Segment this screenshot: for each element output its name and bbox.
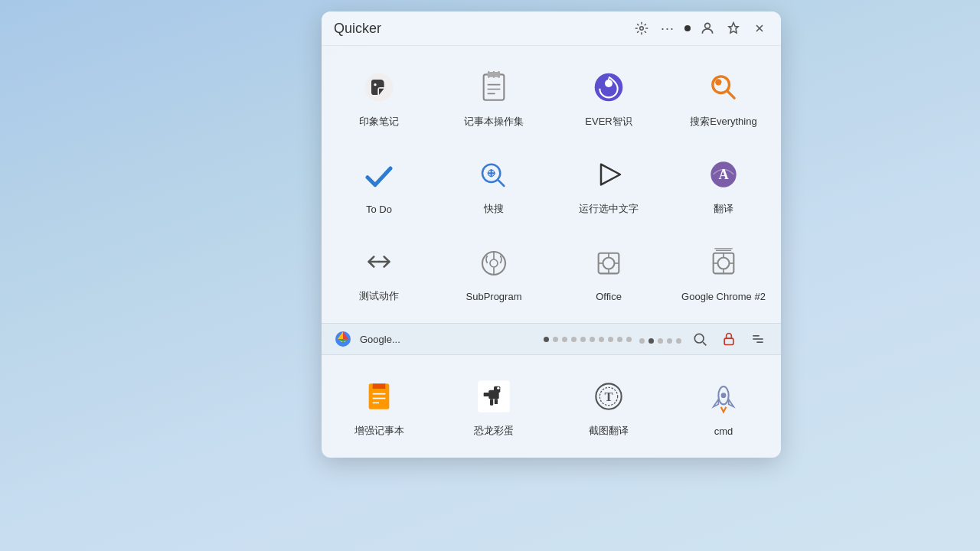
page-dot-12[interactable] bbox=[648, 338, 654, 344]
svg-point-1 bbox=[705, 23, 710, 28]
pin-icon[interactable] bbox=[724, 19, 743, 37]
app-translate[interactable]: A 翻译 bbox=[668, 142, 779, 227]
page-dot-4[interactable] bbox=[571, 337, 577, 342]
svg-rect-63 bbox=[495, 399, 498, 404]
app-noteops[interactable]: 记事本操作集 bbox=[438, 55, 550, 139]
bottom-app-name: Google... bbox=[360, 334, 536, 345]
title-icons: ··· bbox=[632, 19, 769, 37]
svg-rect-64 bbox=[484, 393, 490, 396]
more-icon[interactable]: ··· bbox=[658, 19, 677, 37]
subprogram-icon bbox=[472, 242, 515, 285]
svg-point-0 bbox=[640, 27, 644, 31]
office-label: Office bbox=[596, 291, 622, 302]
lock-action-icon[interactable] bbox=[718, 328, 740, 350]
noteops-label: 记事本操作集 bbox=[464, 115, 524, 129]
app-cmd[interactable]: cmd bbox=[668, 364, 779, 448]
run-label: 运行选中文字 bbox=[579, 202, 639, 216]
settings-icon[interactable] bbox=[632, 19, 651, 37]
dino-icon bbox=[472, 375, 515, 418]
chrome2-icon bbox=[702, 242, 745, 285]
page-dot-3[interactable] bbox=[562, 337, 567, 342]
page-dot-14[interactable] bbox=[667, 338, 672, 344]
run-icon bbox=[587, 153, 630, 196]
ever-label: EVER智识 bbox=[585, 115, 632, 129]
svg-text:T: T bbox=[604, 390, 612, 404]
noteops-icon bbox=[472, 66, 515, 109]
page-dot-8[interactable] bbox=[608, 337, 613, 342]
cmd-icon bbox=[702, 377, 745, 419]
todo-icon bbox=[358, 155, 400, 197]
app-screenshot[interactable]: T 截图翻译 bbox=[553, 364, 665, 448]
ever-icon bbox=[587, 66, 630, 109]
svg-rect-7 bbox=[488, 72, 501, 77]
svg-rect-60 bbox=[494, 386, 500, 393]
svg-line-48 bbox=[703, 342, 706, 345]
page-dot-9[interactable] bbox=[617, 337, 622, 342]
app-dino[interactable]: 恐龙彩蛋 bbox=[438, 364, 550, 448]
notebook-label: 增强记事本 bbox=[354, 424, 404, 438]
app-chrome2[interactable]: Google Chrome #2 bbox=[668, 230, 779, 314]
quicker-window: Quicker ··· bbox=[322, 11, 781, 458]
user-icon[interactable] bbox=[698, 19, 717, 37]
page-dot-6[interactable] bbox=[590, 337, 595, 342]
page-dot-7[interactable] bbox=[599, 337, 604, 342]
status-dot bbox=[684, 25, 691, 31]
svg-rect-62 bbox=[490, 399, 493, 405]
tools-action-icon[interactable] bbox=[747, 328, 769, 350]
search-label: 搜索Everything bbox=[690, 115, 756, 129]
svg-rect-6 bbox=[484, 74, 505, 99]
bottom-app-icon bbox=[334, 330, 352, 348]
chrome2-label: Google Chrome #2 bbox=[681, 291, 766, 302]
app-notebook[interactable]: 增强记事本 bbox=[323, 364, 435, 448]
search-action-icon[interactable] bbox=[689, 328, 710, 350]
page-dot-11[interactable] bbox=[639, 338, 645, 344]
bottom-bar: Google... bbox=[322, 323, 781, 355]
quicksearch-icon bbox=[472, 153, 515, 196]
todo-label: To Do bbox=[366, 204, 392, 215]
translate-icon: A bbox=[702, 153, 745, 196]
app-subprogram[interactable]: SubProgram bbox=[438, 230, 550, 314]
notebook-icon bbox=[358, 375, 400, 418]
svg-point-32 bbox=[603, 257, 615, 269]
svg-line-18 bbox=[498, 180, 504, 186]
cmd-label: cmd bbox=[714, 425, 733, 437]
evernote-label: 印象笔记 bbox=[359, 115, 399, 129]
app-evernote[interactable]: 印象笔记 bbox=[323, 55, 435, 139]
page-dot-13[interactable] bbox=[658, 338, 663, 344]
quicksearch-label: 快搜 bbox=[484, 202, 504, 216]
svg-point-16 bbox=[715, 79, 721, 85]
svg-point-61 bbox=[497, 387, 499, 390]
svg-point-28 bbox=[490, 259, 498, 267]
svg-point-69 bbox=[721, 393, 727, 398]
svg-point-5 bbox=[374, 83, 376, 86]
svg-point-47 bbox=[694, 334, 704, 343]
page-dot-15[interactable] bbox=[676, 338, 681, 344]
app-title: Quicker bbox=[334, 21, 626, 37]
page-dot-1[interactable] bbox=[544, 337, 549, 342]
page-dot-2[interactable] bbox=[553, 337, 558, 342]
app-office[interactable]: Office bbox=[553, 230, 665, 314]
close-icon[interactable] bbox=[750, 19, 769, 37]
svg-rect-49 bbox=[724, 338, 733, 344]
title-bar: Quicker ··· bbox=[322, 11, 781, 46]
bottom-actions bbox=[689, 328, 769, 350]
app-run[interactable]: 运行选中文字 bbox=[553, 142, 665, 227]
test-icon bbox=[358, 240, 400, 283]
screenshot-label: 截图翻译 bbox=[589, 424, 629, 438]
app-ever[interactable]: EVER智识 bbox=[553, 55, 665, 139]
subprogram-label: SubProgram bbox=[466, 291, 522, 302]
app-search[interactable]: 搜索Everything bbox=[668, 55, 779, 139]
page-dot-10[interactable] bbox=[626, 337, 632, 342]
app-test[interactable]: 测试动作 bbox=[323, 230, 435, 314]
lower-apps-grid: 增强记事本 恐龙彩蛋 bbox=[322, 355, 781, 458]
svg-line-15 bbox=[727, 91, 734, 98]
svg-point-38 bbox=[718, 257, 730, 269]
page-dot-5[interactable] bbox=[580, 337, 586, 342]
svg-marker-22 bbox=[601, 165, 620, 185]
app-quicksearch[interactable]: 快搜 bbox=[438, 142, 550, 227]
app-todo[interactable]: To Do bbox=[323, 142, 435, 227]
evernote-icon bbox=[358, 66, 400, 109]
screenshot-icon: T bbox=[587, 375, 630, 418]
office-icon bbox=[587, 242, 630, 285]
page-dots bbox=[544, 332, 681, 346]
